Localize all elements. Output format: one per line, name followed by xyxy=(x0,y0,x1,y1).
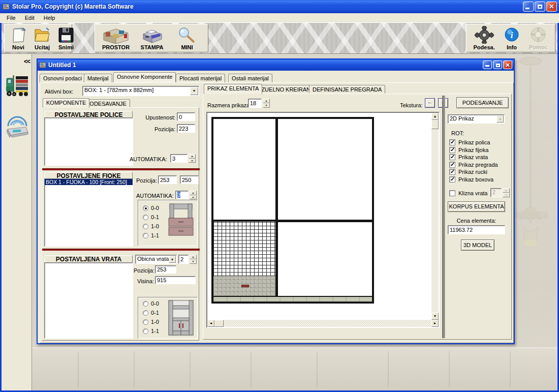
child-close-button[interactable]: ✕ xyxy=(503,61,512,69)
checkbox-prikaz-boxova[interactable]: Prikaz boxova xyxy=(449,176,493,183)
checkbox-klizna-vrata[interactable]: Klizna vrata xyxy=(449,190,487,196)
hscroll-thumb[interactable] xyxy=(214,320,224,327)
open-folder-icon xyxy=(33,27,51,44)
vrata-radio-0-0[interactable]: 0-0 xyxy=(143,300,159,307)
vrata-count-spinner[interactable]: ▲ ▼ xyxy=(190,255,197,264)
checkbox-prikaz-pregrada[interactable]: Prikaz pregrada xyxy=(449,162,498,168)
scroll-down-icon[interactable]: ▼ xyxy=(431,313,439,320)
vrata-radio-0-1[interactable]: 0-1 xyxy=(143,310,159,316)
visina-input[interactable] xyxy=(155,276,196,284)
spin-down-icon[interactable]: ▼ xyxy=(263,103,270,108)
podesa-button[interactable]: Podesa. xyxy=(470,25,499,51)
checkbox-prikaz-polica[interactable]: Prikaz polica xyxy=(449,139,490,145)
close-button[interactable]: ✕ xyxy=(546,2,557,12)
spin-up-icon[interactable]: ▲ xyxy=(189,154,196,159)
tab-ostali-materijal[interactable]: Ostali materijal xyxy=(228,74,272,82)
razmera-spinner[interactable]: ▲ ▼ xyxy=(263,99,270,108)
menu-file[interactable]: File xyxy=(2,14,20,22)
fioke-pozicija-input-1[interactable] xyxy=(158,175,177,184)
vscroll-thumb[interactable] xyxy=(431,120,439,129)
vrata-radio-1-0[interactable]: 1-0 xyxy=(143,319,159,325)
fioke-automatika-spinner[interactable]: ▲ ▼ xyxy=(190,191,197,199)
spin-up-icon[interactable]: ▲ xyxy=(190,255,197,259)
tab-definisanje-pregrada[interactable]: DEFINISANJE PREGRADA xyxy=(309,85,385,94)
vrata-listbox[interactable] xyxy=(44,262,133,339)
open-button[interactable]: Ucitaj xyxy=(31,25,53,51)
child-titlebar: Untitled 1 ✕ xyxy=(38,59,514,71)
minimize-button[interactable] xyxy=(523,2,534,12)
forklift-icon[interactable] xyxy=(6,70,29,100)
vrata-type-combobox[interactable]: Obicna vrata ▼ xyxy=(135,255,177,264)
fioke-automatika-input[interactable]: 3 xyxy=(175,191,189,199)
spin-down-icon[interactable]: ▼ xyxy=(189,159,196,163)
fioke-listbox[interactable]: BOX 1 - FIJOKA - 100 [Front: 250] xyxy=(44,178,133,247)
tekstura-prev-button[interactable]: ← xyxy=(425,98,435,108)
fioke-radio-0-1[interactable]: 0-1 xyxy=(143,214,159,220)
pomoc-button[interactable]: Pomoc xyxy=(525,25,552,51)
spin-down-icon[interactable]: ▼ xyxy=(190,195,197,200)
podesavanje-button[interactable]: PODESAVANJE xyxy=(456,97,509,108)
sidebar-collapse-button[interactable]: << xyxy=(24,58,30,65)
razmera-input[interactable] xyxy=(248,99,262,108)
fioke-radio-1-1[interactable]: 1-1 xyxy=(143,232,159,238)
police-automatika-input[interactable] xyxy=(170,154,188,163)
menu-help[interactable]: Help xyxy=(39,14,60,22)
printer-icon xyxy=(139,27,165,44)
scroll-up-icon[interactable]: ▲ xyxy=(431,113,439,120)
tab-osnovni-podaci[interactable]: Osnovni podaci xyxy=(40,74,85,82)
fioke-radio-1-0[interactable]: 1-0 xyxy=(143,223,159,229)
child-minimize-button[interactable] xyxy=(483,61,492,69)
vrata-count-input[interactable] xyxy=(178,255,189,264)
fioke-list-item-selected[interactable]: BOX 1 - FIJOKA - 100 [Front: 250] xyxy=(45,179,133,185)
checkbox-icon xyxy=(449,176,455,183)
checkbox-prikaz-vrata[interactable]: Prikaz vrata xyxy=(449,154,488,160)
tab-prikaz-elementa[interactable]: PRIKAZ ELEMENTA xyxy=(204,84,262,94)
police-automatika-spinner[interactable]: ▲ ▼ xyxy=(189,154,196,163)
radio-icon xyxy=(143,215,148,220)
spin-up-icon[interactable]: ▲ xyxy=(190,191,197,195)
police-listbox[interactable] xyxy=(44,117,133,166)
tab-podesavanje[interactable]: PODESAVANJE xyxy=(82,99,130,108)
toolbar: Novi Ucitaj xyxy=(2,23,557,54)
canvas-vscrollbar[interactable]: ▲ ▼ xyxy=(431,113,439,320)
child-maximize-button[interactable] xyxy=(493,61,502,69)
cena-input[interactable] xyxy=(448,225,505,234)
vrata-pozicija-input[interactable] xyxy=(155,265,176,274)
mini-button[interactable]: MINI xyxy=(170,25,204,51)
canvas-hscrollbar[interactable]: ◄ ► xyxy=(207,320,439,327)
police-pozicija-input[interactable] xyxy=(177,124,195,133)
spin-up-icon[interactable]: ▲ xyxy=(263,99,270,103)
scroll-left-icon[interactable]: ◄ xyxy=(207,320,214,327)
korpus-elementa-button[interactable]: KORPUS ELEMENTA xyxy=(448,201,505,212)
vrata-radio-1-1[interactable]: 1-1 xyxy=(143,328,159,334)
checkbox-prikaz-fijoka[interactable]: Prikaz fijoka xyxy=(449,147,488,153)
tab-komponente[interactable]: KOMPONENTE xyxy=(43,98,89,108)
chevron-down-icon[interactable]: ▼ xyxy=(190,87,198,95)
checkbox-prikaz-rucki[interactable]: Prikaz rucki xyxy=(449,169,487,175)
tab-plocasti-materijal[interactable]: Plocasti materijal xyxy=(176,74,225,82)
help-icon xyxy=(529,26,548,44)
fioke-pozicija-input-2[interactable] xyxy=(180,175,199,184)
pendant-lamp-image xyxy=(513,54,548,267)
fioke-radio-0-0[interactable]: 0-0 xyxy=(143,205,159,211)
chevron-down-icon[interactable]: ▼ xyxy=(169,256,176,263)
panel-splitter[interactable] xyxy=(442,96,445,338)
window-title: Stolar Pro, Copyright (c) Maretta Softwa… xyxy=(12,3,134,10)
view-mode-combobox[interactable]: 2D Prikaz ▼ xyxy=(448,114,505,124)
aktivni-box-combobox[interactable]: BOX: 1 - [782mm x 882mm] ▼ xyxy=(82,86,199,96)
spin-down-icon[interactable]: ▼ xyxy=(190,259,197,264)
new-button[interactable]: Novi xyxy=(8,25,29,51)
save-button[interactable]: Snimi xyxy=(55,25,77,51)
stampa-button[interactable]: STAMPA xyxy=(136,25,168,51)
scanner-icon[interactable] xyxy=(6,114,29,139)
prostor-button[interactable]: PROSTOR xyxy=(98,25,134,51)
menu-edit[interactable]: Edit xyxy=(20,14,39,22)
upustenost-input[interactable] xyxy=(177,112,195,121)
maximize-button[interactable] xyxy=(535,2,545,12)
tab-osnovne-komponente[interactable]: Osnovne Komponente xyxy=(113,72,176,82)
drawing-canvas[interactable]: ▲ ▼ ◄ ► xyxy=(206,112,440,328)
scroll-right-icon[interactable]: ► xyxy=(431,320,439,327)
tab-materijal[interactable]: Materijal xyxy=(84,74,112,82)
info-button[interactable]: i Info xyxy=(501,25,522,51)
model-3d-button[interactable]: 3D MODEL xyxy=(461,239,494,251)
